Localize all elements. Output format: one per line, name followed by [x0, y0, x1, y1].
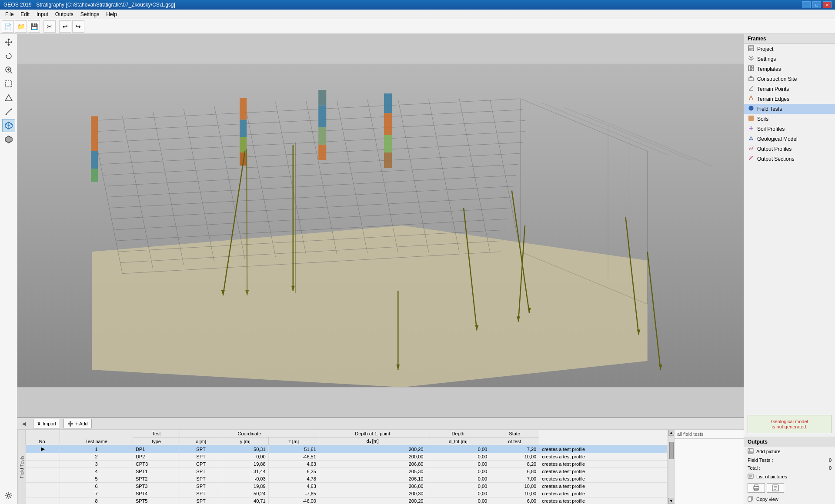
- table-row[interactable]: 4SPT1SPT31,446,25205,300,006,80creates a…: [26, 468, 668, 475]
- open-button[interactable]: 📁: [15, 20, 27, 33]
- save-button[interactable]: 💾: [28, 20, 40, 33]
- table-row[interactable]: 2DP2SPT0,00-46,51200,000,0010,00creates …: [26, 453, 668, 461]
- move-tool[interactable]: [2, 36, 15, 49]
- frames-item-project[interactable]: Project: [744, 44, 835, 54]
- add-icon: ➕: [67, 421, 73, 427]
- menu-input[interactable]: Input: [33, 10, 52, 18]
- cell-state: creates a test profile: [539, 445, 668, 453]
- cell-type: CPT: [180, 461, 222, 468]
- print-button-1[interactable]: [748, 483, 765, 493]
- col-dtot-sub: d_tot [m]: [426, 438, 490, 445]
- svg-rect-90: [752, 66, 754, 68]
- frames-item-output-profiles[interactable]: Output Profiles: [744, 144, 835, 154]
- zoom-tool[interactable]: [2, 63, 15, 76]
- list-of-pictures-label: List of pictures: [756, 474, 787, 479]
- add-button[interactable]: ➕ + Add: [63, 419, 91, 428]
- cell-dtot: 10,00: [490, 483, 539, 490]
- menu-outputs[interactable]: Outputs: [52, 10, 77, 18]
- menu-help[interactable]: Help: [103, 10, 120, 18]
- terrain-edges-label: Terrain Edges: [757, 96, 789, 102]
- svg-rect-63: [384, 135, 392, 153]
- scroll-up-button[interactable]: ▲: [668, 430, 675, 436]
- table-row[interactable]: 6SPT3SPT19,894,63206,800,0010,00creates …: [26, 483, 668, 490]
- frames-item-terrain-edges[interactable]: Terrain Edges: [744, 94, 835, 104]
- table-row[interactable]: 7SPT4SPT50,24-7,65200,300,0010,00creates…: [26, 490, 668, 497]
- terrain-edges-icon: [748, 95, 755, 103]
- soils-label: Soils: [757, 116, 768, 122]
- cell-d1: 0,00: [426, 445, 490, 453]
- data-table-wrapper[interactable]: No. Test name Test Coordinate Depth of 1…: [25, 430, 668, 504]
- cell-d1: 0,00: [426, 461, 490, 468]
- svg-rect-89: [748, 66, 751, 71]
- all-field-tests-label: all field tests: [677, 431, 704, 437]
- frames-item-field-tests[interactable]: Field Tests: [744, 104, 835, 114]
- svg-rect-91: [752, 69, 754, 71]
- col-testtype: Test: [133, 430, 180, 438]
- maximize-button[interactable]: □: [812, 1, 821, 8]
- frames-item-soil-profiles[interactable]: Soil Profiles: [744, 124, 835, 134]
- close-button[interactable]: ✕: [823, 1, 832, 8]
- rotate-tool[interactable]: [2, 50, 15, 63]
- cell-type: SPT: [180, 453, 222, 461]
- solid-view-tool[interactable]: [2, 133, 15, 146]
- frames-item-templates[interactable]: Templates: [744, 64, 835, 74]
- list-of-pictures-item[interactable]: List of pictures: [744, 472, 835, 481]
- menu-file[interactable]: File: [2, 10, 17, 18]
- title-bar: GEOS 2019 - Stratigraphy [C:\Stahovat\St…: [0, 0, 835, 10]
- copy-view-item[interactable]: Copy view: [744, 494, 835, 504]
- table-row[interactable]: 8SPT5SPT40,71-46,00200,200,006,00creates…: [26, 497, 668, 504]
- measure-tool[interactable]: [2, 105, 15, 118]
- templates-icon: [748, 65, 755, 73]
- cell-y: 4,63: [268, 461, 319, 468]
- scroll-down-button[interactable]: ▼: [668, 498, 675, 504]
- table-scrollbar[interactable]: ▲ ▼: [668, 430, 674, 504]
- list-of-pictures-icon: [748, 473, 754, 480]
- cell-z: 200,30: [319, 490, 426, 497]
- cell-type: SPT: [180, 445, 222, 453]
- frames-item-geological-model[interactable]: Geological Model: [744, 134, 835, 144]
- menu-edit[interactable]: Edit: [17, 10, 33, 18]
- redo-button[interactable]: ↪: [72, 20, 84, 33]
- import-button[interactable]: ⬇ Import: [33, 419, 60, 428]
- cell-dtot: 10,00: [490, 453, 539, 461]
- minimize-button[interactable]: ─: [802, 1, 811, 8]
- svg-marker-11: [92, 225, 648, 387]
- cell-name: DP1: [133, 445, 180, 453]
- frames-item-settings[interactable]: Settings: [744, 54, 835, 64]
- print-button-2[interactable]: [767, 483, 784, 493]
- cell-name: DP2: [133, 453, 180, 461]
- cell-type: SPT: [180, 483, 222, 490]
- table-row[interactable]: 5SPT2SPT-0,034,78206,100,007,00creates a…: [26, 475, 668, 483]
- 3d-view-tool[interactable]: [2, 119, 15, 132]
- cell-z: 200,20: [319, 445, 426, 453]
- frames-item-output-sections[interactable]: Output Sections: [744, 154, 835, 164]
- row-arrow-cell: [26, 453, 60, 461]
- table-row[interactable]: 3CPT3CPT19,884,63206,800,008,20creates a…: [26, 461, 668, 468]
- undo-button[interactable]: ↩: [59, 20, 71, 33]
- settings-tool[interactable]: [2, 489, 15, 502]
- collapse-bottom-button[interactable]: ◄: [21, 420, 30, 427]
- svg-point-100: [749, 449, 750, 451]
- frames-item-soils[interactable]: Soils: [744, 114, 835, 124]
- col-coord: Coordinate: [180, 430, 319, 438]
- triangle-tool[interactable]: [2, 91, 15, 104]
- frames-item-construction-site[interactable]: Construction Site: [744, 74, 835, 84]
- svg-rect-52: [91, 169, 98, 182]
- svg-rect-59: [318, 127, 326, 145]
- frames-header: Frames: [744, 34, 835, 44]
- scroll-thumb[interactable]: [669, 442, 674, 459]
- data-table: No. Test name Test Coordinate Depth of 1…: [25, 430, 668, 504]
- cell-d1: 0,00: [426, 453, 490, 461]
- menu-settings[interactable]: Settings: [77, 10, 103, 18]
- 3d-scene[interactable]: [17, 34, 744, 417]
- cell-type: SPT: [180, 468, 222, 475]
- table-row[interactable]: ▶1DP1SPT50,31-51,61200,200,007,20creates…: [26, 445, 668, 453]
- cut-button[interactable]: ✂: [43, 20, 56, 33]
- col-testname: Test name: [60, 430, 133, 445]
- cell-y: -51,61: [268, 445, 319, 453]
- frames-item-terrain-points[interactable]: Terrain Points: [744, 84, 835, 94]
- col-state-sub: of test: [490, 438, 539, 445]
- select-rect-tool[interactable]: [2, 77, 15, 90]
- col-x: x [m]: [180, 438, 222, 445]
- new-file-button[interactable]: 📄: [2, 20, 14, 33]
